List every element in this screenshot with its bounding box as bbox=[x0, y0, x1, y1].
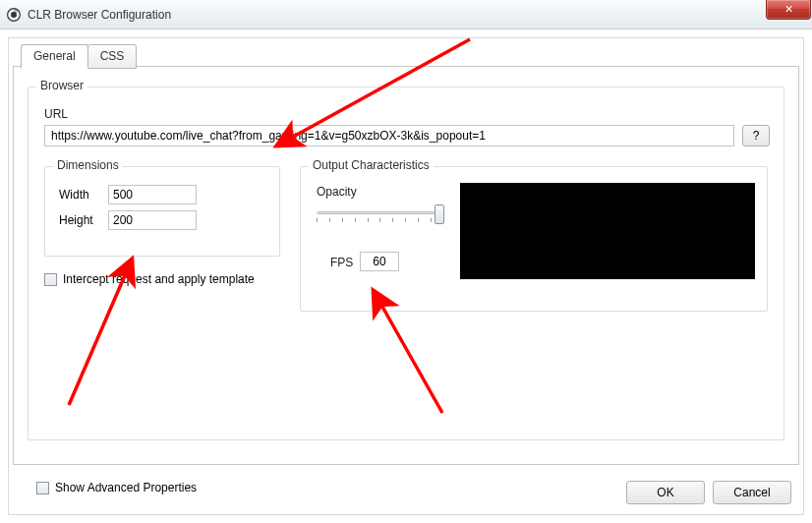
show-advanced-label: Show Advanced Properties bbox=[55, 481, 197, 494]
fps-input[interactable] bbox=[360, 252, 399, 271]
row-width: Width bbox=[59, 185, 197, 204]
opacity-slider[interactable] bbox=[317, 203, 444, 224]
window-title: CLR Browser Configuration bbox=[28, 8, 171, 22]
close-button[interactable]: ✕ bbox=[766, 0, 811, 20]
group-output: Output Characteristics Opacity FPS bbox=[300, 166, 768, 312]
close-icon: ✕ bbox=[784, 3, 793, 16]
width-input[interactable] bbox=[108, 185, 197, 204]
intercept-checkbox-row: Intercept request and apply template bbox=[44, 272, 255, 286]
tab-page-general: Browser URL ? Dimensions Width Height bbox=[13, 66, 799, 465]
height-label: Height bbox=[59, 213, 108, 227]
opacity-label: Opacity bbox=[317, 185, 357, 199]
dialog-footer: OK Cancel bbox=[626, 481, 791, 504]
ok-button[interactable]: OK bbox=[626, 481, 705, 504]
url-label: URL bbox=[44, 107, 68, 121]
width-label: Width bbox=[59, 188, 108, 202]
cancel-button[interactable]: Cancel bbox=[713, 481, 791, 504]
group-output-legend: Output Characteristics bbox=[309, 158, 434, 172]
client-area: General CSS Browser URL ? Dimensions Wid… bbox=[8, 37, 804, 515]
titlebar: CLR Browser Configuration ✕ bbox=[0, 0, 812, 29]
group-dimensions: Dimensions Width Height bbox=[44, 166, 280, 257]
show-advanced-row: Show Advanced Properties bbox=[36, 481, 197, 494]
fps-label: FPS bbox=[330, 256, 353, 269]
group-browser: Browser URL ? Dimensions Width Height bbox=[28, 87, 784, 440]
preview-pane bbox=[460, 183, 755, 279]
tab-css[interactable]: CSS bbox=[87, 44, 138, 69]
slider-ticks bbox=[317, 218, 444, 224]
tabstrip: General CSS bbox=[21, 44, 136, 69]
group-browser-legend: Browser bbox=[36, 79, 87, 92]
tab-general[interactable]: General bbox=[21, 44, 88, 69]
app-icon bbox=[6, 7, 22, 23]
slider-track bbox=[317, 211, 444, 214]
group-dimensions-legend: Dimensions bbox=[53, 158, 123, 172]
row-height: Height bbox=[59, 210, 197, 230]
slider-thumb[interactable] bbox=[435, 204, 444, 224]
help-icon: ? bbox=[753, 129, 760, 143]
intercept-checkbox[interactable] bbox=[44, 273, 57, 286]
url-help-button[interactable]: ? bbox=[742, 125, 770, 146]
intercept-label: Intercept request and apply template bbox=[63, 272, 255, 286]
show-advanced-checkbox[interactable] bbox=[36, 482, 49, 494]
url-input[interactable] bbox=[44, 125, 734, 146]
height-input[interactable] bbox=[108, 210, 197, 230]
